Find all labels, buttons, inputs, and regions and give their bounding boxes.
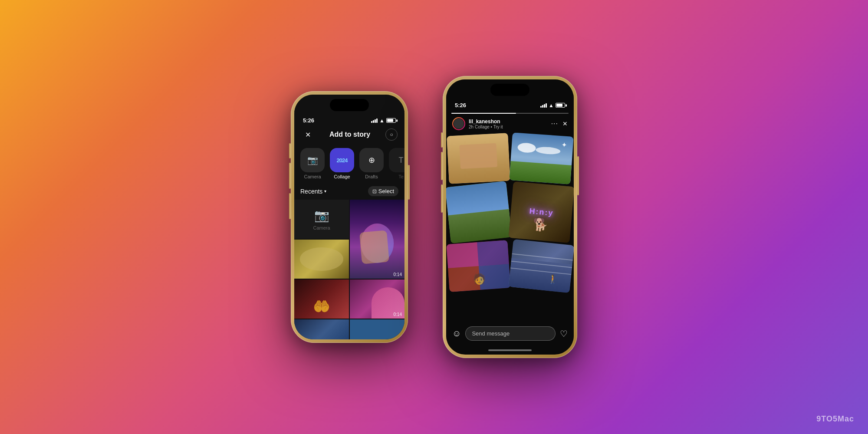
heart-button[interactable]: ♡ <box>560 329 568 339</box>
story-toolbar: 📷 Camera 2024 Collage ⊕ Drafts T <box>294 145 404 183</box>
select-icon: ⊡ <box>372 188 377 194</box>
watermark: 9TO5Mac <box>816 414 854 424</box>
status-bar-left: 5:26 ▲ <box>294 112 404 126</box>
signal-icon <box>371 118 378 123</box>
camera-icon: 📷 <box>307 155 318 165</box>
story-user-header: lil_kaneshon 2h Collage • Try it ··· ✕ <box>446 115 574 133</box>
collage-photo-5: 🧑 <box>446 240 510 292</box>
recents-dropdown[interactable]: Recents ▾ <box>300 188 326 195</box>
story-time: 2h <box>469 125 473 129</box>
volume-up-button-right[interactable] <box>441 152 443 180</box>
username: lil_kaneshon <box>469 118 548 125</box>
photo-grid: 📷 Camera 0:14 <box>294 200 404 339</box>
photo-cell-3[interactable]: 🤲 <box>294 279 349 319</box>
status-icons-left: ▲ <box>371 118 396 124</box>
mute-button-right[interactable] <box>441 132 443 148</box>
video-duration-2: 0:14 <box>394 312 402 317</box>
emoji-button[interactable]: ☺ <box>452 329 461 339</box>
send-message-input[interactable]: Send message <box>465 326 556 341</box>
right-phone-screen: 5:26 ▲ <box>446 79 574 355</box>
left-phone-screen: 5:26 ▲ ✕ <box>294 95 404 339</box>
dynamic-island <box>330 99 369 111</box>
status-icons-right: ▲ <box>540 102 565 108</box>
photo-cell-4[interactable]: 0:14 <box>350 279 404 319</box>
notification-button[interactable]: ○ <box>385 128 398 141</box>
photo-cell-5[interactable]: 🎵 <box>294 319 349 339</box>
bell-icon: ○ <box>390 132 393 138</box>
select-label: Select <box>378 188 394 194</box>
time-right: 5:26 <box>455 102 466 108</box>
recents-label-text: Recents <box>300 188 322 195</box>
story-action-buttons: ··· ✕ <box>551 120 568 128</box>
photo-cell-1[interactable]: 0:14 <box>350 200 404 279</box>
power-button[interactable] <box>408 165 410 200</box>
status-bar-right: 5:26 ▲ <box>446 97 574 111</box>
collage-photo-2: ✦ <box>509 133 573 184</box>
text-label: Te <box>398 174 404 179</box>
drafts-tool[interactable]: ⊕ Drafts <box>358 148 385 179</box>
page-title: Add to story <box>314 131 385 138</box>
camera-grid-cell[interactable]: 📷 Camera <box>294 200 349 239</box>
close-button[interactable]: ✕ <box>301 128 314 141</box>
camera-grid-label: Camera <box>313 225 330 230</box>
story-header-bar: ✕ Add to story ○ <box>294 126 404 145</box>
camera-grid-icon: 📷 <box>314 208 329 223</box>
photo-cell-6[interactable] <box>350 319 404 339</box>
close-story-button[interactable]: ✕ <box>562 120 568 127</box>
camera-tool-btn[interactable]: 📷 <box>300 148 325 172</box>
battery-icon-right <box>556 103 565 108</box>
volume-down-button[interactable] <box>289 193 291 219</box>
drafts-icon: ⊕ <box>368 155 375 165</box>
user-avatar[interactable] <box>452 117 465 130</box>
story-bottom-bar: ☺ Send message ♡ <box>446 322 574 348</box>
time-left: 5:26 <box>303 117 314 124</box>
wifi-icon-right: ▲ <box>549 102 554 108</box>
phone-left: 5:26 ▲ ✕ <box>291 91 408 343</box>
collage-tool-btn[interactable]: 2024 <box>330 148 354 172</box>
volume-down-button-right[interactable] <box>441 184 443 213</box>
more-options-button[interactable]: ··· <box>551 120 558 128</box>
collage-tool[interactable]: 2024 Collage <box>329 148 355 179</box>
camera-label: Camera <box>304 174 321 179</box>
photo-cell-2[interactable] <box>294 240 349 279</box>
drafts-label: Drafts <box>365 174 378 179</box>
volume-up-button[interactable] <box>289 163 291 189</box>
wifi-icon: ▲ <box>379 118 385 124</box>
chevron-down-icon: ▾ <box>324 189 326 194</box>
camera-tool[interactable]: 📷 Camera <box>299 148 326 179</box>
collage-label: Collage <box>334 174 350 179</box>
story-progress-fill <box>451 113 516 114</box>
dynamic-island-right <box>490 84 529 96</box>
story-sub-meta: Collage • Try it <box>475 125 503 129</box>
user-info: lil_kaneshon 2h Collage • Try it <box>469 118 548 129</box>
home-indicator-right <box>488 349 532 351</box>
story-meta: 2h Collage • Try it <box>469 125 548 129</box>
video-duration-1: 0:14 <box>394 272 402 277</box>
battery-icon <box>386 118 396 123</box>
text-tool-btn[interactable]: T <box>389 148 404 172</box>
phone-right: 5:26 ▲ <box>443 76 577 358</box>
collage-photo-1 <box>447 133 510 184</box>
story-content: ✦ 🐕 H:n:y <box>446 133 574 322</box>
mute-button[interactable] <box>289 143 291 158</box>
collage-photo-3 <box>446 181 512 243</box>
text-tool[interactable]: T Te <box>388 148 404 179</box>
collage-photo-6: 🚶 <box>509 239 574 293</box>
recents-bar: Recents ▾ ⊡ Select <box>294 183 404 200</box>
select-button[interactable]: ⊡ Select <box>368 186 398 196</box>
collage-photo-center: 🐕 H:n:y <box>509 181 574 243</box>
drafts-tool-btn[interactable]: ⊕ <box>359 148 384 172</box>
signal-icon-right <box>540 103 547 108</box>
power-button-right[interactable] <box>577 156 579 195</box>
story-progress-bar <box>451 113 569 114</box>
text-icon: T <box>399 156 404 165</box>
